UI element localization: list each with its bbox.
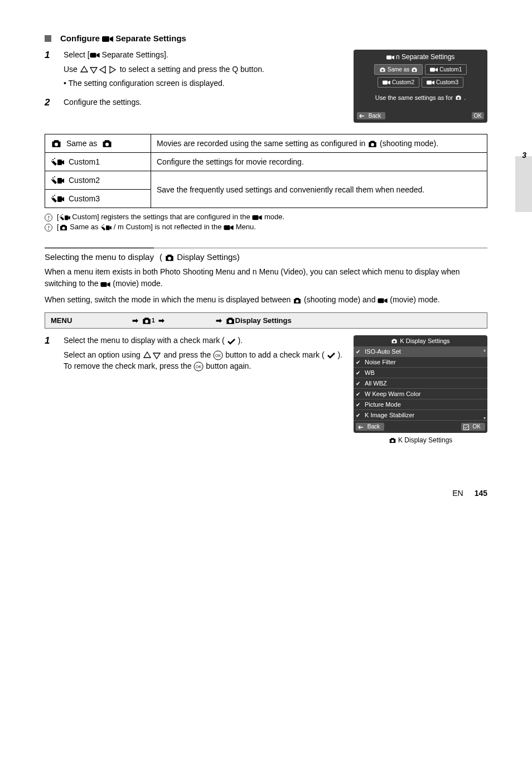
camera-icon [225, 317, 235, 325]
osd-panel: n Separate Settings Same as Custom1 Cu [354, 50, 487, 123]
osd-option[interactable]: Custom2 [378, 77, 419, 88]
svg-rect-34 [224, 225, 230, 230]
dpad-up-down-icon [143, 351, 162, 360]
svg-point-24 [60, 215, 61, 216]
back-icon [358, 425, 364, 430]
svg-rect-7 [427, 80, 432, 84]
svg-point-17 [54, 176, 55, 177]
step-number: 2 [45, 97, 64, 112]
scrollbar[interactable]: ▴ ▾ [483, 348, 486, 420]
check-icon: ✔ [356, 402, 365, 408]
osd-panel: K Display Settings ✔ISO-Auto Set ✔Noise … [354, 335, 487, 432]
svg-point-18 [51, 179, 52, 180]
svg-rect-19 [57, 178, 62, 184]
check-icon: ✔ [356, 412, 365, 418]
svg-point-12 [52, 159, 54, 160]
step-number: 1 [45, 50, 64, 93]
svg-point-3 [381, 69, 384, 71]
section-title: Configure Separate Settings [60, 33, 186, 43]
svg-point-20 [52, 196, 54, 197]
osd-ok[interactable]: OK [472, 112, 484, 119]
svg-point-9 [55, 142, 58, 146]
svg-point-40 [229, 320, 232, 323]
svg-rect-38 [378, 298, 384, 303]
camera-icon [367, 140, 378, 148]
page-lang: EN [452, 489, 463, 498]
table-cell: Save the frequently used settings and co… [151, 171, 487, 208]
svg-point-4 [413, 69, 415, 71]
page-number: 145 [475, 489, 487, 498]
check-icon: ✔ [356, 359, 365, 365]
osd-back[interactable]: Back [357, 112, 385, 119]
camera-icon [379, 67, 386, 73]
custom-mode-icon [430, 67, 438, 73]
scroll-up-icon: ▴ [483, 348, 486, 353]
ok-button-icon: OK [194, 361, 204, 372]
check-icon: ✔ [356, 370, 365, 376]
menu-path: MENU ➡ 1 ➡ ➡ Display Settings [45, 312, 487, 329]
table-cell: Configure the settings for movie recordi… [151, 153, 487, 171]
custom-mode-icon [383, 80, 390, 85]
caution-note: ! [ Custom] registers the settings that … [45, 213, 487, 221]
osd-ok[interactable]: OK [461, 423, 485, 430]
osd-title: K Display Settings [354, 335, 487, 346]
svg-point-8 [457, 97, 460, 99]
custom-mode-icon [51, 176, 64, 185]
custom-mode-icon [59, 214, 70, 221]
osd-option[interactable]: Same as [374, 64, 423, 75]
list-item[interactable]: ✔W Keep Warm Color [354, 389, 487, 399]
camera-icon [51, 139, 62, 148]
svg-point-39 [145, 320, 148, 323]
svg-point-11 [371, 143, 374, 147]
custom-mode-icon [51, 194, 64, 203]
custom-mode-icon [51, 157, 64, 166]
subsection-lead: Selecting the menu to display [45, 247, 154, 262]
svg-point-16 [52, 177, 54, 179]
svg-rect-1 [90, 53, 96, 58]
step-text: Configure the settings. [64, 97, 342, 108]
ok-button-icon: OK [213, 350, 223, 360]
list-item[interactable]: ✔WB [354, 368, 487, 378]
osd-description: Use the same settings as for . [357, 94, 484, 101]
table-cell: Custom2 [51, 176, 145, 185]
svg-point-21 [54, 195, 55, 196]
movie-icon [252, 214, 262, 221]
camera-icon [411, 67, 418, 73]
list-item[interactable]: ✔K Image Stabilizer [354, 410, 487, 421]
list-item[interactable]: ✔Noise Filter [354, 357, 487, 368]
svg-rect-27 [65, 216, 69, 220]
camera-icon [165, 254, 175, 262]
step-bullet: • The setting configuration screen is di… [64, 78, 342, 89]
svg-point-37 [296, 300, 299, 302]
step-text: Select the menu to display with a check … [64, 335, 342, 346]
movie-icon [100, 281, 110, 288]
osd-option[interactable]: Custom1 [425, 64, 467, 75]
list-item[interactable]: ✔All WBZ [354, 378, 487, 389]
caution-icon: ! [45, 214, 52, 221]
caution-icon: ! [45, 224, 52, 232]
osd-option[interactable]: Custom3 [422, 77, 463, 88]
svg-rect-5 [430, 67, 435, 71]
svg-point-22 [51, 197, 52, 199]
camera-icon [455, 95, 462, 100]
movie-icon [378, 297, 388, 304]
caution-note: ! [ Same as / m Custom] is not reflected… [45, 223, 487, 232]
step-text: Select [ Separate Settings]. [64, 50, 342, 61]
svg-point-35 [168, 257, 171, 261]
camera-icon [59, 224, 68, 231]
settings-table: Same as Movies are recorded using the sa… [45, 134, 487, 208]
svg-point-31 [103, 224, 104, 225]
list-item[interactable]: ✔Picture Mode [354, 399, 487, 410]
list-item[interactable]: ✔ISO-Auto Set [354, 346, 487, 357]
back-icon [359, 114, 365, 118]
camera-icon [389, 437, 396, 443]
osd-back[interactable]: Back [356, 423, 384, 430]
check-icon [327, 352, 336, 359]
svg-point-47 [391, 440, 393, 442]
svg-rect-46 [463, 425, 468, 430]
table-cell: Custom3 [51, 194, 145, 203]
table-cell: Custom1 [51, 157, 145, 166]
step-number: 1 [45, 335, 64, 375]
svg-rect-28 [253, 215, 259, 220]
svg-point-45 [393, 340, 395, 343]
